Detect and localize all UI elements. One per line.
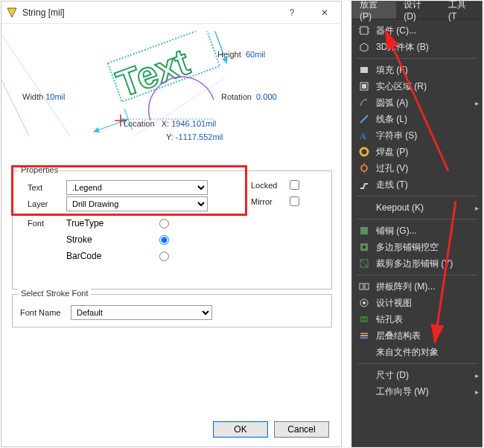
menu-item[interactable]: 钻孔表 <box>352 311 482 327</box>
text-select[interactable]: .Legend <box>66 180 208 195</box>
menu-item[interactable]: 走线 (T) <box>352 176 482 193</box>
menu-tab-design[interactable]: 设计 (D) <box>396 1 441 19</box>
blank-icon <box>357 346 372 358</box>
menu-item-label: 层叠结构表 <box>376 330 482 342</box>
layer-select[interactable]: Drill Drawing <box>66 196 208 211</box>
place-menu-panel: 放置 (P) 设计 (D) 工具 (T 器件 (C)...3D元件体 (B)填充… <box>351 1 483 447</box>
font-barcode-radio[interactable] <box>159 252 169 261</box>
svg-rect-30 <box>360 227 368 234</box>
svg-rect-21 <box>360 67 368 73</box>
menu-item-label: 工作向导 (W) <box>376 385 471 398</box>
menu-item-label: 拼板阵列 (M)... <box>376 281 482 293</box>
menu-item[interactable]: 尺寸 (D)▸ <box>352 367 482 383</box>
menu-separator <box>357 58 477 59</box>
menu-item[interactable]: 拼板阵列 (M)... <box>352 278 482 295</box>
menu-item[interactable]: 圆弧 (A)▸ <box>352 95 482 111</box>
locked-checkbox[interactable] <box>290 180 299 190</box>
help-button[interactable]: ? <box>276 1 308 24</box>
menu-item[interactable]: 设计视图 <box>352 295 482 311</box>
menu-item-label: 走线 (T) <box>376 179 482 191</box>
menu-item-label: 多边形铺铜挖空 <box>376 241 482 254</box>
cancel-button[interactable]: Cancel <box>274 421 329 438</box>
menu-item-label: 焊盘 (P) <box>376 146 482 159</box>
font-truetype-label: TrueType <box>66 218 156 228</box>
svg-marker-0 <box>7 8 16 17</box>
mirror-label: Mirror <box>251 197 290 206</box>
menu-item-label: Keepout (K) <box>376 202 471 213</box>
menu-item[interactable]: 裁剪多边形铺铜 (Y) <box>352 255 482 272</box>
menu-item[interactable]: 器件 (C)... <box>352 22 482 39</box>
arc-icon <box>357 97 372 109</box>
fontname-select[interactable]: Default <box>71 305 212 320</box>
app-icon <box>6 7 18 19</box>
menu-item[interactable]: A字符串 (S) <box>352 127 482 144</box>
svg-text:A: A <box>360 131 366 141</box>
menu-tab-place[interactable]: 放置 (P) <box>352 1 396 19</box>
menu-item[interactable]: 多边形铺铜挖空 <box>352 239 482 255</box>
menu-item[interactable]: 来自文件的对象 <box>352 344 482 360</box>
route-icon <box>357 179 372 191</box>
menu-item[interactable]: 层叠结构表 <box>352 327 482 344</box>
dialog-title: String [mil] <box>22 7 65 18</box>
properties-group-title: Properties <box>19 165 60 174</box>
submenu-arrow-icon: ▸ <box>471 388 482 396</box>
svg-rect-32 <box>363 246 366 249</box>
menu-item-label: 尺寸 (D) <box>376 369 471 382</box>
font-barcode-label: BarCode <box>66 251 156 261</box>
blank-icon <box>357 202 372 214</box>
menu-item-label: 器件 (C)... <box>376 25 482 37</box>
menu-tab-tools[interactable]: 工具 (T <box>441 1 482 19</box>
view-icon <box>357 297 372 309</box>
mirror-checkbox[interactable] <box>290 196 299 206</box>
fontname-label: Font Name <box>20 308 71 317</box>
properties-group: Properties Text .Legend Layer Drill Draw… <box>12 170 332 289</box>
menu-item-label: 裁剪多边形铺铜 (Y) <box>376 257 482 270</box>
svg-marker-11 <box>92 127 100 135</box>
menu-separator <box>357 275 477 275</box>
menu-item[interactable]: 实心区域 (R) <box>352 78 482 95</box>
chip-icon <box>357 25 372 36</box>
svg-rect-39 <box>360 316 368 322</box>
panel-icon <box>357 281 372 292</box>
cutpoly-icon <box>357 257 372 269</box>
menu-separator <box>357 219 477 220</box>
svg-line-34 <box>360 260 368 267</box>
menu-item[interactable]: 填充 (F) <box>352 62 482 78</box>
svg-point-26 <box>360 148 368 156</box>
svg-point-40 <box>362 319 363 320</box>
menu-item[interactable]: 过孔 (V) <box>352 160 482 176</box>
menu-separator <box>357 196 477 196</box>
menu-list: 器件 (C)...3D元件体 (B)填充 (F)实心区域 (R)圆弧 (A)▸线… <box>352 19 482 403</box>
menu-item[interactable]: 铺铜 (G)... <box>352 223 482 239</box>
stroke-font-group-title: Select Stroke Font <box>19 289 91 298</box>
menu-item-label: 线条 (L) <box>376 113 482 126</box>
menu-item-label: 填充 (F) <box>376 64 482 77</box>
menu-item[interactable]: 线条 (L) <box>352 111 482 127</box>
svg-rect-23 <box>362 84 366 89</box>
menu-item-label: 圆弧 (A) <box>376 97 471 109</box>
close-button[interactable]: ✕ <box>308 1 341 24</box>
svg-rect-35 <box>360 284 363 289</box>
font-truetype-radio[interactable] <box>159 219 169 228</box>
menu-item[interactable]: 工作向导 (W)▸ <box>352 383 482 400</box>
blank-icon <box>357 385 372 397</box>
region-icon <box>357 80 372 92</box>
font-label: Font <box>28 219 66 228</box>
ok-button[interactable]: OK <box>213 421 268 438</box>
svg-rect-42 <box>360 333 368 334</box>
svg-marker-8 <box>222 57 229 65</box>
text-label: Text <box>28 183 66 192</box>
drill-icon <box>357 313 372 325</box>
mirror-row: Mirror <box>251 196 299 206</box>
svg-point-41 <box>365 319 366 320</box>
titlebar: String [mil] ? ✕ <box>1 1 341 24</box>
menu-item[interactable]: Keepout (K)▸ <box>352 199 482 216</box>
svg-rect-43 <box>360 335 368 336</box>
menu-item[interactable]: 3D元件体 (B) <box>352 39 482 55</box>
menu-item[interactable]: 焊盘 (P) <box>352 144 482 160</box>
svg-rect-16 <box>360 27 368 34</box>
font-stroke-radio[interactable] <box>159 235 169 245</box>
cutout-icon <box>357 241 372 253</box>
menu-item-label: 过孔 (V) <box>376 162 482 175</box>
string-properties-dialog: String [mil] ? ✕ Text <box>1 1 342 447</box>
